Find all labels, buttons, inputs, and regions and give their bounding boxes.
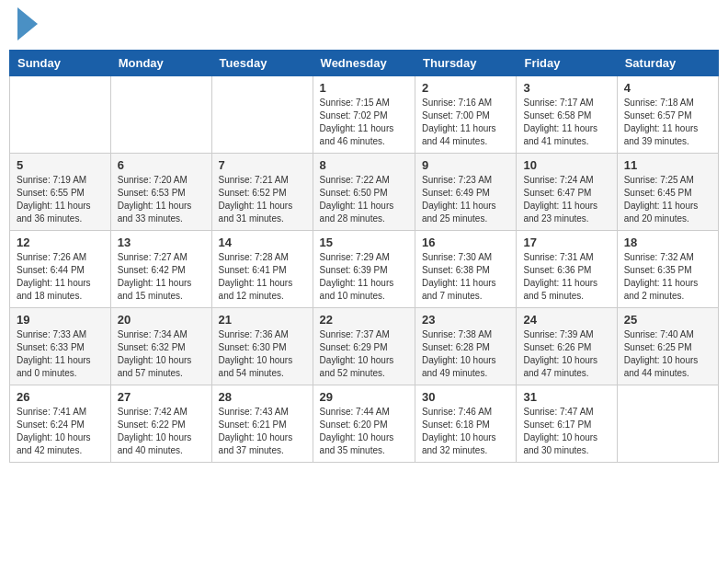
day-number: 10 bbox=[523, 158, 609, 172]
day-number: 3 bbox=[523, 81, 609, 95]
day-info: Sunrise: 7:46 AM Sunset: 6:18 PM Dayligh… bbox=[422, 406, 509, 457]
day-info: Sunrise: 7:41 AM Sunset: 6:24 PM Dayligh… bbox=[17, 406, 104, 457]
calendar-cell: 28Sunrise: 7:43 AM Sunset: 6:21 PM Dayli… bbox=[211, 385, 313, 463]
calendar-table: SundayMondayTuesdayWednesdayThursdayFrid… bbox=[9, 50, 719, 463]
page-header bbox=[9, 9, 719, 40]
day-number: 21 bbox=[219, 313, 306, 327]
column-header-thursday: Thursday bbox=[415, 51, 517, 76]
day-number: 23 bbox=[422, 313, 509, 327]
day-number: 27 bbox=[118, 390, 205, 404]
day-number: 4 bbox=[624, 81, 711, 95]
day-info: Sunrise: 7:40 AM Sunset: 6:25 PM Dayligh… bbox=[624, 328, 711, 380]
day-info: Sunrise: 7:47 AM Sunset: 6:17 PM Dayligh… bbox=[523, 406, 609, 457]
day-number: 7 bbox=[219, 158, 306, 172]
day-number: 24 bbox=[523, 313, 609, 327]
calendar-cell: 29Sunrise: 7:44 AM Sunset: 6:20 PM Dayli… bbox=[313, 385, 415, 463]
calendar-cell bbox=[110, 76, 211, 154]
day-info: Sunrise: 7:17 AM Sunset: 6:58 PM Dayligh… bbox=[523, 97, 609, 148]
day-info: Sunrise: 7:27 AM Sunset: 6:42 PM Dayligh… bbox=[118, 251, 205, 303]
day-number: 26 bbox=[17, 390, 104, 404]
calendar-cell: 8Sunrise: 7:22 AM Sunset: 6:50 PM Daylig… bbox=[313, 154, 415, 231]
calendar-cell: 15Sunrise: 7:29 AM Sunset: 6:39 PM Dayli… bbox=[313, 231, 415, 308]
day-number: 29 bbox=[320, 390, 408, 404]
calendar-cell: 21Sunrise: 7:36 AM Sunset: 6:30 PM Dayli… bbox=[211, 308, 313, 385]
calendar-cell: 4Sunrise: 7:18 AM Sunset: 6:57 PM Daylig… bbox=[617, 76, 718, 154]
calendar-cell: 20Sunrise: 7:34 AM Sunset: 6:32 PM Dayli… bbox=[110, 308, 211, 385]
calendar-header-row: SundayMondayTuesdayWednesdayThursdayFrid… bbox=[10, 51, 719, 76]
calendar-cell: 18Sunrise: 7:32 AM Sunset: 6:35 PM Dayli… bbox=[617, 231, 718, 308]
calendar-cell: 11Sunrise: 7:25 AM Sunset: 6:45 PM Dayli… bbox=[617, 154, 718, 231]
day-number: 20 bbox=[118, 313, 205, 327]
calendar-cell: 31Sunrise: 7:47 AM Sunset: 6:17 PM Dayli… bbox=[517, 385, 617, 463]
column-header-monday: Monday bbox=[110, 51, 211, 76]
day-info: Sunrise: 7:16 AM Sunset: 7:00 PM Dayligh… bbox=[422, 97, 509, 148]
day-info: Sunrise: 7:38 AM Sunset: 6:28 PM Dayligh… bbox=[422, 328, 509, 380]
calendar-cell: 1Sunrise: 7:15 AM Sunset: 7:02 PM Daylig… bbox=[313, 76, 415, 154]
calendar-cell: 3Sunrise: 7:17 AM Sunset: 6:58 PM Daylig… bbox=[517, 76, 617, 154]
calendar-cell: 30Sunrise: 7:46 AM Sunset: 6:18 PM Dayli… bbox=[415, 385, 517, 463]
week-row-1: 1Sunrise: 7:15 AM Sunset: 7:02 PM Daylig… bbox=[10, 76, 719, 154]
calendar-cell: 25Sunrise: 7:40 AM Sunset: 6:25 PM Dayli… bbox=[617, 308, 718, 385]
day-info: Sunrise: 7:36 AM Sunset: 6:30 PM Dayligh… bbox=[219, 328, 306, 380]
column-header-tuesday: Tuesday bbox=[211, 51, 313, 76]
calendar-cell: 23Sunrise: 7:38 AM Sunset: 6:28 PM Dayli… bbox=[415, 308, 517, 385]
day-info: Sunrise: 7:42 AM Sunset: 6:22 PM Dayligh… bbox=[118, 406, 205, 457]
column-header-friday: Friday bbox=[517, 51, 617, 76]
calendar-cell: 10Sunrise: 7:24 AM Sunset: 6:47 PM Dayli… bbox=[517, 154, 617, 231]
day-number: 28 bbox=[219, 390, 306, 404]
calendar-cell: 16Sunrise: 7:30 AM Sunset: 6:38 PM Dayli… bbox=[415, 231, 517, 308]
day-info: Sunrise: 7:20 AM Sunset: 6:53 PM Dayligh… bbox=[118, 174, 205, 225]
day-info: Sunrise: 7:34 AM Sunset: 6:32 PM Dayligh… bbox=[118, 328, 205, 380]
day-info: Sunrise: 7:33 AM Sunset: 6:33 PM Dayligh… bbox=[17, 328, 104, 380]
day-info: Sunrise: 7:32 AM Sunset: 6:35 PM Dayligh… bbox=[624, 251, 711, 303]
calendar-cell: 6Sunrise: 7:20 AM Sunset: 6:53 PM Daylig… bbox=[110, 154, 211, 231]
day-number: 13 bbox=[118, 236, 205, 249]
column-header-sunday: Sunday bbox=[10, 51, 111, 76]
day-number: 15 bbox=[320, 236, 408, 249]
logo-arrow-icon bbox=[17, 7, 38, 40]
day-info: Sunrise: 7:23 AM Sunset: 6:49 PM Dayligh… bbox=[422, 174, 509, 225]
day-info: Sunrise: 7:21 AM Sunset: 6:52 PM Dayligh… bbox=[219, 174, 306, 225]
day-info: Sunrise: 7:30 AM Sunset: 6:38 PM Dayligh… bbox=[422, 251, 509, 303]
day-number: 12 bbox=[17, 236, 104, 249]
calendar-cell bbox=[617, 385, 718, 463]
calendar-cell: 5Sunrise: 7:19 AM Sunset: 6:55 PM Daylig… bbox=[10, 154, 111, 231]
logo bbox=[14, 9, 38, 40]
day-info: Sunrise: 7:37 AM Sunset: 6:29 PM Dayligh… bbox=[320, 328, 408, 380]
day-info: Sunrise: 7:18 AM Sunset: 6:57 PM Dayligh… bbox=[624, 97, 711, 148]
day-info: Sunrise: 7:44 AM Sunset: 6:20 PM Dayligh… bbox=[320, 406, 408, 457]
day-number: 22 bbox=[320, 313, 408, 327]
calendar-cell: 26Sunrise: 7:41 AM Sunset: 6:24 PM Dayli… bbox=[10, 385, 111, 463]
day-info: Sunrise: 7:15 AM Sunset: 7:02 PM Dayligh… bbox=[320, 97, 408, 148]
day-info: Sunrise: 7:43 AM Sunset: 6:21 PM Dayligh… bbox=[219, 406, 306, 457]
week-row-2: 5Sunrise: 7:19 AM Sunset: 6:55 PM Daylig… bbox=[10, 154, 719, 231]
calendar-cell: 27Sunrise: 7:42 AM Sunset: 6:22 PM Dayli… bbox=[110, 385, 211, 463]
day-info: Sunrise: 7:28 AM Sunset: 6:41 PM Dayligh… bbox=[219, 251, 306, 303]
calendar-cell: 9Sunrise: 7:23 AM Sunset: 6:49 PM Daylig… bbox=[415, 154, 517, 231]
day-info: Sunrise: 7:29 AM Sunset: 6:39 PM Dayligh… bbox=[320, 251, 408, 303]
column-header-wednesday: Wednesday bbox=[313, 51, 415, 76]
calendar-cell: 13Sunrise: 7:27 AM Sunset: 6:42 PM Dayli… bbox=[110, 231, 211, 308]
column-header-saturday: Saturday bbox=[617, 51, 718, 76]
calendar-cell: 14Sunrise: 7:28 AM Sunset: 6:41 PM Dayli… bbox=[211, 231, 313, 308]
day-number: 14 bbox=[219, 236, 306, 249]
day-number: 8 bbox=[320, 158, 408, 172]
week-row-4: 19Sunrise: 7:33 AM Sunset: 6:33 PM Dayli… bbox=[10, 308, 719, 385]
day-number: 30 bbox=[422, 390, 509, 404]
day-info: Sunrise: 7:26 AM Sunset: 6:44 PM Dayligh… bbox=[17, 251, 104, 303]
day-number: 17 bbox=[523, 236, 609, 249]
day-info: Sunrise: 7:24 AM Sunset: 6:47 PM Dayligh… bbox=[523, 174, 609, 225]
day-info: Sunrise: 7:25 AM Sunset: 6:45 PM Dayligh… bbox=[624, 174, 711, 225]
day-info: Sunrise: 7:31 AM Sunset: 6:36 PM Dayligh… bbox=[523, 251, 609, 303]
day-number: 25 bbox=[624, 313, 711, 327]
day-number: 2 bbox=[422, 81, 509, 95]
day-info: Sunrise: 7:39 AM Sunset: 6:26 PM Dayligh… bbox=[523, 328, 609, 380]
calendar-cell: 7Sunrise: 7:21 AM Sunset: 6:52 PM Daylig… bbox=[211, 154, 313, 231]
day-number: 11 bbox=[624, 158, 711, 172]
day-number: 18 bbox=[624, 236, 711, 249]
day-number: 9 bbox=[422, 158, 509, 172]
calendar-cell: 2Sunrise: 7:16 AM Sunset: 7:00 PM Daylig… bbox=[415, 76, 517, 154]
day-number: 31 bbox=[523, 390, 609, 404]
calendar-cell bbox=[10, 76, 111, 154]
calendar-cell: 24Sunrise: 7:39 AM Sunset: 6:26 PM Dayli… bbox=[517, 308, 617, 385]
